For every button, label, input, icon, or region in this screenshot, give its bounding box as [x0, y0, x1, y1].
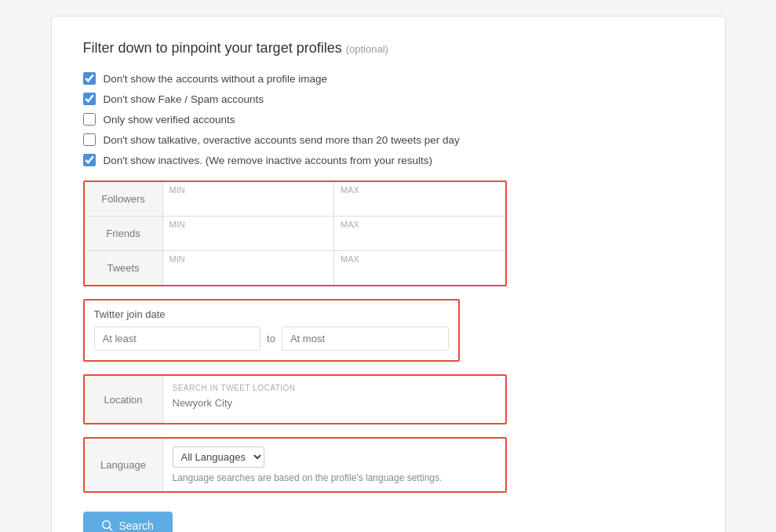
language-label: Language	[85, 439, 163, 491]
join-date-section: Twitter join date to	[83, 299, 460, 362]
range-max-cell-followers: MAX	[334, 182, 505, 216]
join-date-title: Twitter join date	[94, 308, 449, 320]
at-most-input[interactable]	[282, 326, 449, 351]
checkbox-label-no-fake-spam: Don't show Fake / Spam accounts	[104, 93, 264, 105]
checkbox-label-no-talkative: Don't show talkative, overactive account…	[104, 134, 460, 146]
main-card: Filter down to pinpoint your target prof…	[51, 16, 726, 532]
language-section: Language All LanguagesEnglishSpanishFren…	[83, 437, 507, 493]
range-min-input-tweets[interactable]	[163, 264, 334, 285]
range-min-label-followers: MIN	[163, 182, 334, 195]
checkbox-label-verified-only: Only show verified accounts	[104, 114, 235, 126]
range-max-label-followers: MAX	[334, 182, 505, 195]
location-section: Location SEARCH IN TWEET LOCATION	[83, 374, 507, 425]
at-least-input[interactable]	[94, 326, 261, 351]
title-optional: (optional)	[346, 43, 388, 55]
range-row-tweets: TweetsMINMAX	[85, 251, 505, 285]
search-in-label: SEARCH IN TWEET LOCATION	[173, 384, 496, 392]
range-label-followers: Followers	[85, 182, 163, 216]
title-main: Filter down to pinpoint your target prof…	[83, 40, 342, 56]
range-row-followers: FollowersMINMAX	[85, 182, 505, 217]
checkbox-item-no-talkative: Don't show talkative, overactive account…	[83, 133, 694, 146]
range-max-label-tweets: MAX	[334, 251, 505, 264]
checkbox-verified-only[interactable]	[83, 113, 96, 126]
range-inputs-followers: MINMAX	[163, 182, 505, 216]
range-min-label-tweets: MIN	[163, 251, 334, 264]
search-icon	[102, 520, 113, 531]
range-max-input-friends[interactable]	[334, 229, 505, 250]
range-label-tweets: Tweets	[85, 251, 163, 285]
language-select[interactable]: All LanguagesEnglishSpanishFrenchGermanA…	[173, 446, 264, 468]
range-min-input-followers[interactable]	[163, 195, 334, 216]
location-input[interactable]	[173, 397, 496, 409]
range-min-cell-followers: MIN	[163, 182, 335, 216]
language-note: Language searches are based on the profi…	[173, 472, 496, 483]
language-content: All LanguagesEnglishSpanishFrenchGermanA…	[163, 439, 505, 491]
checkbox-label-no-inactive: Don't show inactives. (We remove inactiv…	[104, 155, 432, 166]
range-min-cell-friends: MIN	[163, 217, 335, 250]
range-max-input-followers[interactable]	[334, 195, 505, 216]
checkbox-item-no-fake-spam: Don't show Fake / Spam accounts	[83, 93, 694, 105]
location-content: SEARCH IN TWEET LOCATION	[163, 376, 505, 423]
search-button[interactable]: Search	[83, 512, 173, 532]
checkbox-no-fake-spam[interactable]	[83, 93, 96, 105]
checkbox-item-no-inactive: Don't show inactives. (We remove inactiv…	[83, 154, 694, 166]
page-title: Filter down to pinpoint your target prof…	[83, 40, 694, 56]
range-max-cell-tweets: MAX	[334, 251, 505, 285]
checkbox-no-profile-img[interactable]	[83, 72, 96, 85]
range-max-label-friends: MAX	[334, 217, 505, 229]
checkbox-item-verified-only: Only show verified accounts	[83, 113, 694, 126]
checkbox-no-talkative[interactable]	[83, 133, 96, 146]
range-max-cell-friends: MAX	[334, 217, 505, 250]
range-inputs-tweets: MINMAX	[163, 251, 505, 285]
checkbox-list: Don't show the accounts without a profil…	[83, 72, 694, 166]
range-row-friends: FriendsMINMAX	[85, 217, 505, 251]
range-inputs-friends: MINMAX	[163, 217, 505, 250]
checkbox-item-no-profile-img: Don't show the accounts without a profil…	[83, 72, 694, 85]
range-label-friends: Friends	[85, 217, 163, 250]
checkbox-label-no-profile-img: Don't show the accounts without a profil…	[104, 73, 327, 85]
search-button-label: Search	[119, 519, 154, 532]
location-label: Location	[85, 376, 163, 423]
checkbox-no-inactive[interactable]	[83, 154, 96, 166]
to-text: to	[267, 333, 275, 344]
join-date-inputs: to	[94, 326, 449, 351]
range-max-input-tweets[interactable]	[334, 264, 505, 285]
range-table: FollowersMINMAXFriendsMINMAXTweetsMINMAX	[83, 180, 507, 286]
range-min-label-friends: MIN	[163, 217, 334, 229]
range-min-cell-tweets: MIN	[163, 251, 335, 285]
range-min-input-friends[interactable]	[163, 229, 334, 250]
